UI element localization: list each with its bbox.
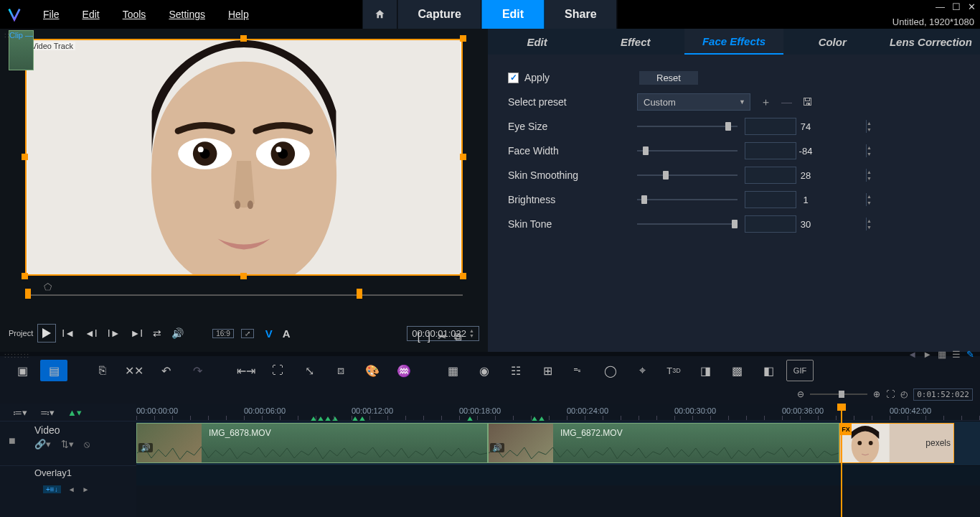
panel-edit-icon[interactable]: ✎ [966,349,974,360]
ptab-effect[interactable]: Effect [586,29,684,55]
scroll-right-icon[interactable]: ► [923,349,932,360]
multi-trim-icon[interactable]: ⧈ [327,360,354,381]
tab-share[interactable]: Share [545,0,617,29]
storyboard-mode-icon[interactable]: ▣ [9,360,36,381]
minimize-icon[interactable]: — [936,1,945,12]
ptab-color[interactable]: Color [783,29,882,55]
chroma-icon[interactable]: ▩ [723,360,750,381]
split-arrow-icon[interactable]: ⤡ [296,360,323,381]
playhead-marker[interactable]: ⬠ [44,281,52,292]
next-frame-icon[interactable]: I► [108,327,121,339]
video-track-row[interactable]: IMG_6878.MOV 🔊 IMG_6872.MOV 🔊 FX pexels [136,421,980,465]
scroll-left-icon[interactable]: ◄ [68,485,75,493]
copy-attr-icon[interactable]: ⎘ [89,360,116,381]
maximize-icon[interactable]: ☐ [952,1,961,12]
clip-2[interactable]: IMG_6872.MOV 🔊 [488,423,839,463]
step-up-icon[interactable]: ▲ [867,144,872,151]
play-button[interactable] [37,324,56,343]
param-slider[interactable] [637,145,738,157]
menu-settings[interactable]: Settings [167,6,207,23]
ptab-lens-correction[interactable]: Lens Correction [882,29,980,55]
param-slider[interactable] [637,218,738,230]
step-up-icon[interactable]: ▲ [867,218,872,224]
crop-icon[interactable]: ⧉ [454,330,462,343]
resize-handle[interactable] [460,35,466,42]
step-up-icon[interactable]: ▲ [867,120,872,126]
scope-toggle[interactable]: Project Clip — [9,329,33,337]
param-slider[interactable] [637,194,738,205]
fit-timeline-icon[interactable]: ⛶ [886,389,895,399]
audio-toggle[interactable]: A [283,327,291,340]
mark-in-icon[interactable]: [ [418,330,420,343]
resize-handle[interactable] [460,154,466,160]
splitter[interactable]: :::::::: ◄ ► ▦ ☰ ✎ [0,352,980,356]
zoom-out-icon[interactable]: ⊖ [797,389,804,399]
aspect-ratio-button[interactable]: 16:9 [212,329,233,338]
menu-tools[interactable]: Tools [121,6,148,23]
track-options-icon[interactable]: ≔▾ [13,407,27,418]
zoom-slider[interactable] [810,393,867,395]
param-slider[interactable] [637,121,738,132]
menu-help[interactable]: Help [227,6,250,23]
step-down-icon[interactable]: ▼ [867,126,872,133]
scroll-left-icon[interactable]: ◄ [908,349,917,360]
step-down-icon[interactable]: ▼ [867,200,872,206]
ptab-edit[interactable]: Edit [488,29,586,55]
grid-icon[interactable]: ⊞ [534,360,561,381]
remove-preset-icon[interactable]: — [781,96,792,109]
panel-list-icon[interactable]: ☰ [952,349,961,360]
step-down-icon[interactable]: ▼ [867,151,872,157]
overlay-track-row[interactable] [136,465,980,485]
stabilize-icon[interactable]: ◯ [597,360,624,381]
video-toggle[interactable]: V [265,327,273,340]
go-end-icon[interactable]: ►I [131,327,143,339]
subtitle-icon[interactable]: ☷ [502,360,529,381]
disable-icon[interactable]: ⦸ [84,439,90,450]
step-down-icon[interactable]: ▼ [867,175,872,182]
loop-icon[interactable]: ⇄ [153,327,161,339]
tools-icon[interactable]: ✕✕ [121,360,148,381]
volume-icon[interactable]: 🔊 [171,327,184,339]
split-icon[interactable]: ✂ [438,330,447,343]
panel-layout-icon[interactable]: ▦ [938,349,946,360]
trim-in-handle[interactable] [25,289,31,299]
param-input[interactable]: ▲▼ [745,142,796,159]
mask-icon[interactable]: ◧ [755,360,782,381]
scroll-right-icon[interactable]: ► [83,485,90,493]
save-preset-icon[interactable]: 🖫 [802,96,813,109]
tab-capture[interactable]: Capture [397,0,481,29]
video-track-header[interactable]: ■ Video 🔗▾ ⇅▾ ⦸ [0,421,136,465]
step-down-icon[interactable]: ▼ [867,224,872,230]
param-input[interactable]: ▲▼ [745,167,796,184]
3d-title-icon[interactable]: T3D [660,360,687,381]
apply-checkbox[interactable]: ✓ [508,73,519,83]
go-start-icon[interactable]: I◄ [62,327,75,339]
add-track-icon[interactable]: +≡↓ [43,485,61,493]
motion-icon[interactable]: ▦ [439,360,466,381]
preset-select[interactable]: Custom▼ [637,93,750,111]
color-wheel-icon[interactable]: 🎨 [359,360,386,381]
clip-1[interactable]: IMG_6878.MOV 🔊 [136,423,488,463]
paint-icon[interactable]: ◨ [692,360,719,381]
pan-zoom-icon[interactable]: ⛶ [264,360,291,381]
tab-edit[interactable]: Edit [482,0,545,29]
clip-3[interactable]: FX pexels [839,423,954,463]
zoom-in-icon[interactable]: ⊕ [873,389,880,399]
resize-handle[interactable] [460,273,466,279]
step-up-icon[interactable]: ▲ [867,193,872,200]
param-slider[interactable] [637,169,738,181]
trim-out-handle[interactable] [357,289,362,299]
audio-wave-icon[interactable]: ♒ [390,360,418,381]
clock-icon[interactable]: ◴ [900,389,908,399]
tab-home[interactable] [362,0,397,29]
prev-frame-icon[interactable]: ◄I [85,327,98,339]
add-preset-icon[interactable]: ＋ [760,96,771,109]
mark-out-icon[interactable]: ] [428,330,430,343]
close-icon[interactable]: ✕ [968,1,976,12]
scrub-bar[interactable]: ⬠ [25,281,463,297]
speed-icon[interactable]: ᯓ [565,360,593,381]
resize-mode-button[interactable]: ⤢ [241,329,254,338]
track-marker-icon[interactable]: ▲▾ [67,407,82,418]
menu-file[interactable]: File [42,6,61,23]
undo-icon[interactable]: ↶ [152,360,179,381]
